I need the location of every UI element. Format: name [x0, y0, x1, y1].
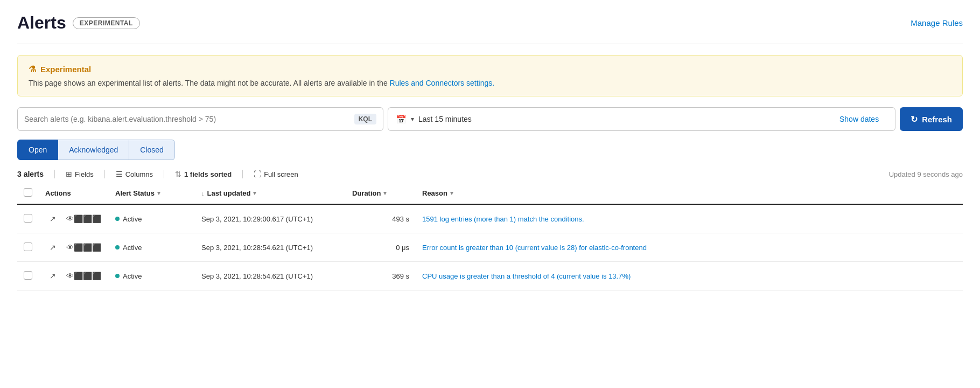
table-row: ↗ 👁 ⬛⬛⬛ Active Sep 3, 2021, 10:29:00.617…: [17, 204, 963, 233]
row1-more-icon[interactable]: ⬛⬛⬛: [80, 211, 95, 226]
row2-duration-cell: 0 μs: [346, 233, 416, 262]
row2-status-text: Active: [123, 244, 142, 252]
row2-expand-icon[interactable]: ↗: [45, 240, 60, 255]
row1-lastupdated: Sep 3, 2021, 10:29:00.617 (UTC+1): [201, 215, 313, 223]
row1-status-cell: Active: [109, 204, 195, 233]
refresh-label: Refresh: [922, 115, 952, 124]
row1-status-text: Active: [123, 215, 142, 223]
th-actions: Actions: [39, 183, 109, 204]
row3-expand-icon[interactable]: ↗: [45, 268, 60, 283]
toolbar-divider-3: [164, 170, 164, 178]
row2-checkbox-cell: [17, 233, 39, 262]
tab-open[interactable]: Open: [17, 140, 58, 160]
row1-lastupdated-cell: Sep 3, 2021, 10:29:00.617 (UTC+1): [195, 204, 346, 233]
calendar-icon: 📅: [396, 114, 407, 124]
manage-rules-link[interactable]: Manage Rules: [911, 18, 963, 27]
row3-actions-cell: ↗ 👁 ⬛⬛⬛: [39, 262, 109, 290]
row3-more-icon[interactable]: ⬛⬛⬛: [80, 268, 95, 283]
toolbar-divider-4: [242, 170, 243, 178]
th-duration[interactable]: Duration ▾: [346, 183, 416, 204]
warning-title: ⚗ Experimental: [29, 64, 951, 74]
fullscreen-button[interactable]: ⛶ Full screen: [254, 170, 298, 178]
row1-checkbox[interactable]: [24, 214, 32, 223]
warning-text: This page shows an experimental list of …: [29, 79, 951, 87]
row1-expand-icon[interactable]: ↗: [45, 211, 60, 226]
row2-reason-cell: Error count is greater than 10 (current …: [416, 233, 963, 262]
fullscreen-label: Full screen: [264, 170, 298, 178]
row1-reason-link[interactable]: 1591 log entries (more than 1) match the…: [422, 215, 584, 223]
th-duration-label: Duration: [352, 189, 381, 197]
header-left: Alerts EXPERIMENTAL: [17, 13, 140, 33]
columns-label: Columns: [125, 170, 153, 178]
chevron-down-icon: ▾: [411, 115, 414, 123]
status-sort-icon: ▾: [157, 190, 160, 197]
row3-duration: 369 s: [392, 272, 409, 280]
toolbar-divider-2: [104, 170, 105, 178]
row3-lastupdated: Sep 3, 2021, 10:28:54.621 (UTC+1): [201, 272, 313, 280]
alerts-table: Actions Alert Status ▾ ↓ Last updated ▾: [17, 183, 963, 290]
row3-checkbox[interactable]: [24, 271, 32, 280]
fields-icon: ⊞: [66, 170, 72, 178]
th-actions-label: Actions: [45, 189, 71, 197]
table-body: ↗ 👁 ⬛⬛⬛ Active Sep 3, 2021, 10:29:00.617…: [17, 204, 963, 290]
experimental-badge: EXPERIMENTAL: [73, 17, 140, 29]
row3-status-dot: [115, 274, 120, 278]
time-range-picker[interactable]: 📅 ▾ Last 15 minutes Show dates: [388, 107, 895, 131]
columns-icon: ☰: [116, 170, 123, 178]
row2-lastupdated: Sep 3, 2021, 10:28:54.621 (UTC+1): [201, 244, 313, 252]
alerts-page: Alerts EXPERIMENTAL Manage Rules ⚗ Exper…: [0, 0, 980, 388]
fields-button[interactable]: ⊞ Fields: [66, 170, 94, 178]
sorted-button[interactable]: ⇅ 1 fields sorted: [175, 170, 232, 178]
row1-reason-cell: 1591 log entries (more than 1) match the…: [416, 204, 963, 233]
alerts-count: 3 alerts: [17, 170, 44, 178]
th-reason[interactable]: Reason ▾: [416, 183, 963, 204]
sorted-label: 1 fields sorted: [184, 170, 232, 178]
row3-checkbox-cell: [17, 262, 39, 290]
th-status[interactable]: Alert Status ▾: [109, 183, 195, 204]
header-divider: [17, 44, 963, 44]
row3-lastupdated-cell: Sep 3, 2021, 10:28:54.621 (UTC+1): [195, 262, 346, 290]
show-dates-button[interactable]: Show dates: [831, 115, 887, 123]
rules-connectors-link[interactable]: Rules and Connectors settings.: [390, 79, 495, 87]
table-toolbar: 3 alerts ⊞ Fields ☰ Columns ⇅ 1 fields s…: [17, 170, 963, 178]
th-status-label: Alert Status: [115, 189, 155, 197]
warning-banner: ⚗ Experimental This page shows an experi…: [17, 55, 963, 96]
row1-duration: 493 s: [392, 215, 409, 223]
th-lastupdated-label: Last updated: [207, 189, 251, 197]
row2-actions-cell: ↗ 👁 ⬛⬛⬛: [39, 233, 109, 262]
table-row: ↗ 👁 ⬛⬛⬛ Active Sep 3, 2021, 10:28:54.621…: [17, 262, 963, 290]
page-header: Alerts EXPERIMENTAL Manage Rules: [17, 13, 963, 33]
refresh-icon: ↻: [911, 114, 918, 124]
page-title: Alerts: [17, 13, 66, 33]
row1-status-dot: [115, 217, 120, 221]
tab-closed[interactable]: Closed: [129, 140, 175, 160]
reason-chevron-icon: ▾: [450, 190, 453, 197]
fullscreen-icon: ⛶: [254, 170, 261, 178]
status-tabs: Open Acknowledged Closed: [17, 140, 963, 160]
refresh-button[interactable]: ↻ Refresh: [900, 107, 963, 131]
row2-more-icon[interactable]: ⬛⬛⬛: [80, 240, 95, 255]
lastupdated-sort-icon: ↓: [201, 190, 205, 197]
search-input-wrapper[interactable]: KQL: [17, 107, 383, 131]
row3-reason-cell: CPU usage is greater than a threshold of…: [416, 262, 963, 290]
tab-acknowledged[interactable]: Acknowledged: [58, 140, 129, 160]
table-row: ↗ 👁 ⬛⬛⬛ Active Sep 3, 2021, 10:28:54.621…: [17, 233, 963, 262]
warning-text-before: This page shows an experimental list of …: [29, 79, 390, 87]
lastupdated-chevron-icon: ▾: [253, 190, 256, 197]
row2-duration: 0 μs: [396, 244, 409, 252]
search-input[interactable]: [24, 115, 350, 123]
row3-reason-link[interactable]: CPU usage is greater than a threshold of…: [422, 272, 631, 280]
row3-status-cell: Active: [109, 262, 195, 290]
search-row: KQL 📅 ▾ Last 15 minutes Show dates ↻ Ref…: [17, 107, 963, 131]
columns-button[interactable]: ☰ Columns: [116, 170, 153, 178]
th-lastupdated[interactable]: ↓ Last updated ▾: [195, 183, 346, 204]
row1-checkbox-cell: [17, 204, 39, 233]
fields-label: Fields: [75, 170, 94, 178]
row2-reason-link[interactable]: Error count is greater than 10 (current …: [422, 244, 647, 252]
sort-icon: ⇅: [175, 170, 181, 178]
row1-duration-cell: 493 s: [346, 204, 416, 233]
row2-checkbox[interactable]: [24, 242, 32, 251]
row3-status-text: Active: [123, 272, 142, 280]
select-all-checkbox[interactable]: [24, 188, 32, 197]
table-header: Actions Alert Status ▾ ↓ Last updated ▾: [17, 183, 963, 204]
